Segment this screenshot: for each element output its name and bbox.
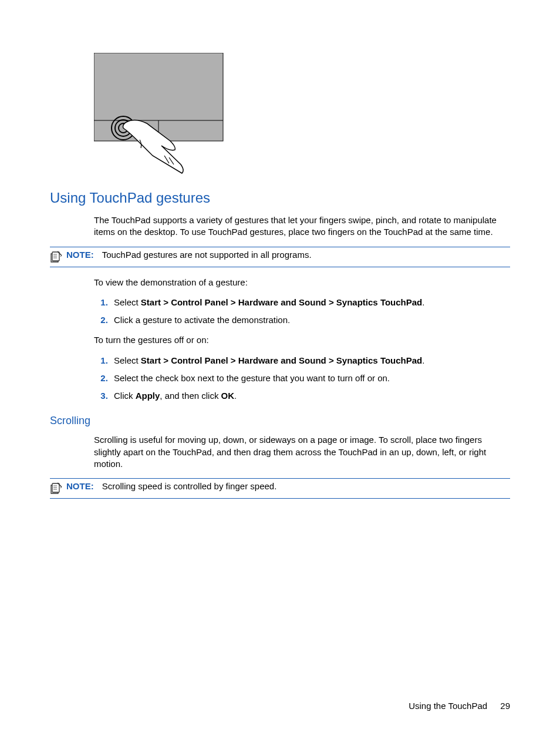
heading-scrolling: Scrolling: [50, 415, 510, 427]
heading-using-touchpad-gestures: Using TouchPad gestures: [50, 190, 510, 206]
step-text: .: [422, 355, 424, 365]
intro-paragraph: The TouchPad supports a variety of gestu…: [94, 214, 510, 238]
touchpad-illustration: [94, 53, 510, 178]
step-item: Click Apply, and then click OK.: [110, 390, 510, 402]
step-item: Click a gesture to activate the demonstr…: [110, 314, 510, 326]
step-path: Start > Control Panel > Hardware and Sou…: [141, 355, 422, 365]
svg-rect-6: [52, 252, 59, 261]
step-path: Start > Control Panel > Hardware and Sou…: [141, 297, 422, 307]
step-bold: Apply: [136, 391, 160, 401]
scrolling-paragraph: Scrolling is useful for moving up, down,…: [94, 434, 510, 470]
step-text: Select: [114, 355, 141, 365]
note-gestures-support: NOTE:TouchPad gestures are not supported…: [50, 247, 510, 267]
note-icon: [50, 250, 63, 263]
toggle-intro: To turn the gestures off or on:: [94, 334, 510, 346]
step-text: .: [422, 297, 424, 307]
step-item: Select the check box next to the gesture…: [110, 372, 510, 384]
step-text: .: [234, 391, 237, 401]
footer-section-title: Using the TouchPad: [409, 701, 487, 711]
step-text: Click: [114, 391, 136, 401]
view-demo-intro: To view the demonstration of a gesture:: [94, 277, 510, 288]
note-text: TouchPad gestures are not supported in a…: [102, 250, 312, 260]
svg-rect-10: [52, 483, 59, 492]
step-text: Select: [114, 297, 141, 307]
note-label: NOTE:: [66, 250, 94, 260]
step-bold: OK: [221, 391, 235, 401]
steps-toggle-gestures: Select Start > Control Panel > Hardware …: [94, 355, 510, 402]
note-icon: [50, 482, 63, 495]
note-scrolling-speed: NOTE:Scrolling speed is controlled by fi…: [50, 478, 510, 499]
step-text: , and then click: [160, 391, 221, 401]
steps-view-demo: Select Start > Control Panel > Hardware …: [94, 297, 510, 327]
note-text: Scrolling speed is controlled by finger …: [102, 481, 277, 491]
note-label: NOTE:: [66, 481, 94, 491]
footer-page-number: 29: [500, 701, 510, 711]
step-item: Select Start > Control Panel > Hardware …: [110, 297, 510, 308]
page-footer: Using the TouchPad 29: [409, 701, 510, 711]
step-item: Select Start > Control Panel > Hardware …: [110, 355, 510, 367]
